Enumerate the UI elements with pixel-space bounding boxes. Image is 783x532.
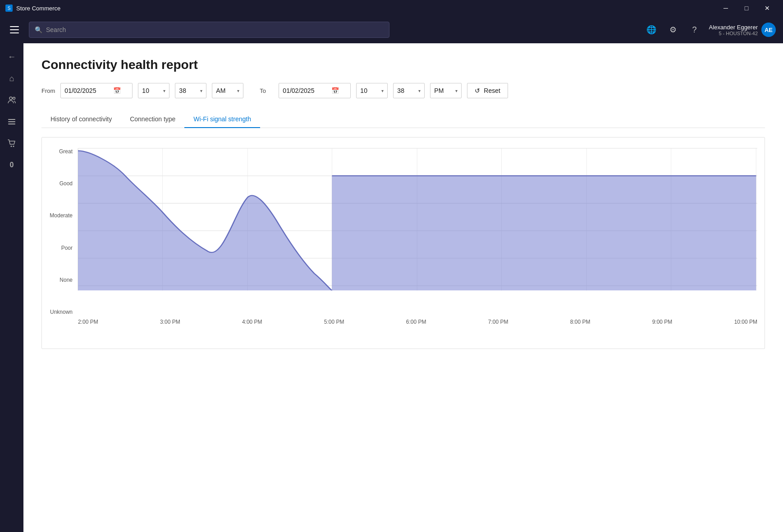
window-controls: ─ □ ✕ [715,0,778,16]
reset-button[interactable]: ↺ Reset [467,83,508,98]
to-ampm-dropdown[interactable]: PM ▾ [430,83,462,98]
y-label-great: Great [59,148,73,155]
sidebar-item-menu[interactable] [2,112,22,132]
chart-container: Great Good Moderate Poor None Unknown [41,137,765,349]
from-ampm-arrow: ▾ [237,88,239,93]
y-label-moderate: Moderate [50,212,73,219]
x-label-3pm: 3:00 PM [160,319,180,325]
app-name: Store Commerce [16,5,60,12]
sidebar-item-clients[interactable] [2,90,22,110]
x-label-9pm: 9:00 PM [652,319,673,325]
chart-svg [78,148,757,315]
page-title: Connectivity health report [41,58,765,72]
globe-icon[interactable]: 🌐 [644,23,659,37]
chart-plot [78,148,757,315]
svg-rect-2 [8,119,15,120]
y-label-none: None [60,277,73,283]
top-nav: 🔍 Search 🌐 ⚙ ? Alexander Eggerer 5 - HOU… [0,16,783,43]
to-ampm-arrow: ▾ [455,88,458,93]
svg-rect-3 [8,121,15,122]
svg-point-6 [13,146,14,147]
settings-icon[interactable]: ⚙ [666,23,680,37]
svg-rect-4 [8,124,15,124]
from-minute-value: 38 [179,87,186,94]
x-label-6pm: 6:00 PM [406,319,426,325]
title-bar: S Store Commerce ─ □ ✕ [0,0,783,16]
close-button[interactable]: ✕ [757,0,778,16]
from-date-field[interactable] [64,87,110,94]
user-info: Alexander Eggerer 5 - HOUSTON-42 AE [709,23,776,37]
sidebar-item-zero[interactable]: 0 [2,155,22,175]
to-ampm-value: PM [434,87,444,94]
from-ampm-dropdown[interactable]: AM ▾ [212,83,243,98]
tabs: History of connectivity Connection type … [41,111,765,128]
tab-wifi[interactable]: Wi-Fi signal strength [184,111,260,128]
svg-point-0 [9,97,12,100]
app-logo: S [5,5,13,12]
to-hour-dropdown[interactable]: 10 ▾ [356,83,388,98]
from-minute-arrow: ▾ [200,88,202,93]
user-subtitle: 5 - HOUSTON-42 [719,31,758,36]
search-placeholder: Search [46,26,66,33]
from-ampm-value: AM [216,87,225,94]
y-label-good: Good [60,180,73,187]
svg-point-5 [11,146,12,147]
content-area: Connectivity health report From 📅 10 ▾ 3… [23,43,783,532]
search-box[interactable]: 🔍 Search [29,22,389,38]
sidebar-item-back[interactable]: ← [2,47,22,67]
x-label-4pm: 4:00 PM [242,319,262,325]
maximize-button[interactable]: □ [736,0,757,16]
x-label-5pm: 5:00 PM [324,319,344,325]
x-axis: 2:00 PM 3:00 PM 4:00 PM 5:00 PM 6:00 PM … [78,315,757,338]
from-date-input[interactable]: 📅 [60,83,133,98]
tab-history[interactable]: History of connectivity [41,111,121,128]
from-hour-dropdown[interactable]: 10 ▾ [138,83,169,98]
chart-area: Great Good Moderate Poor None Unknown [42,148,757,338]
reset-icon: ↺ [475,87,480,94]
x-label-10pm: 10:00 PM [734,319,757,325]
sidebar-item-home[interactable]: ⌂ [2,69,22,88]
from-label: From [41,87,55,94]
from-calendar-icon[interactable]: 📅 [113,87,121,94]
x-label-2pm: 2:00 PM [78,319,98,325]
reset-label: Reset [484,87,500,94]
to-minute-dropdown[interactable]: 38 ▾ [393,83,425,98]
to-date-input[interactable]: 📅 [279,83,351,98]
to-calendar-icon[interactable]: 📅 [331,87,339,94]
to-minute-value: 38 [397,87,404,94]
x-label-7pm: 7:00 PM [488,319,508,325]
to-hour-value: 10 [360,87,367,94]
minimize-button[interactable]: ─ [715,0,736,16]
from-hour-arrow: ▾ [163,88,165,93]
datetime-controls: From 📅 10 ▾ 38 ▾ AM ▾ To [41,83,765,98]
x-label-8pm: 8:00 PM [570,319,591,325]
avatar[interactable]: AE [761,23,776,37]
sidebar: ← ⌂ [0,43,23,532]
user-name: Alexander Eggerer [709,24,758,31]
to-date-field[interactable] [283,87,328,94]
from-minute-dropdown[interactable]: 38 ▾ [175,83,206,98]
help-icon[interactable]: ? [687,23,702,37]
tab-connection[interactable]: Connection type [121,111,184,128]
sidebar-item-cart[interactable] [2,133,22,153]
y-label-poor: Poor [61,245,73,251]
from-hour-value: 10 [142,87,149,94]
search-icon: 🔍 [35,26,42,33]
y-axis: Great Good Moderate Poor None Unknown [42,148,78,315]
to-minute-arrow: ▾ [418,88,421,93]
y-label-unknown: Unknown [50,309,73,315]
hamburger-menu[interactable] [7,23,22,37]
to-label: To [260,87,273,94]
to-hour-arrow: ▾ [381,88,384,93]
svg-point-1 [13,97,15,100]
